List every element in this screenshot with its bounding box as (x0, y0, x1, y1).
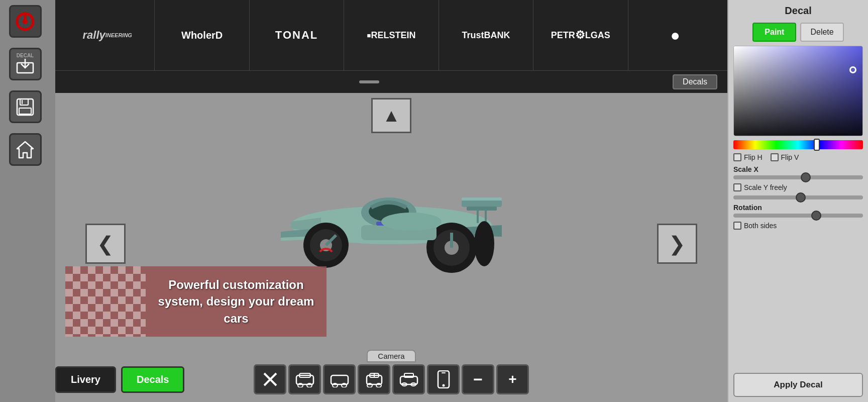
camera-rear-button[interactable] (358, 364, 390, 394)
decal-brand-list: rallyINEERING WholerD TONAL ■RELSTEIN Tr… (55, 0, 727, 70)
save-button[interactable] (9, 90, 42, 123)
paint-button[interactable]: Paint (752, 23, 796, 42)
flip-v-checkbox[interactable] (771, 153, 779, 161)
svg-rect-5 (20, 99, 28, 105)
zoom-out-button[interactable]: − (462, 364, 494, 394)
scale-x-handle[interactable] (801, 172, 811, 182)
svg-point-26 (474, 221, 494, 266)
both-sides-option[interactable]: Both sides (733, 222, 777, 230)
panel-action-row: Paint Delete (733, 23, 863, 42)
camera-bar: Camera (251, 350, 532, 402)
delete-button[interactable]: Delete (800, 23, 843, 42)
checker-pattern (65, 266, 146, 337)
svg-rect-30 (462, 197, 502, 200)
flip-v-option[interactable]: Flip V (771, 153, 799, 161)
decal-item-trustbank[interactable]: TrustBANK (439, 0, 533, 70)
rotation-handle[interactable] (811, 211, 821, 221)
scale-y-slider[interactable] (733, 195, 863, 199)
decals-mode-button[interactable]: Decals (121, 366, 185, 393)
svg-rect-6 (19, 108, 31, 114)
svg-point-52 (442, 384, 445, 387)
scale-y-freely-row: Scale Y freely (733, 183, 863, 191)
decal-item-tonal[interactable]: TONAL (250, 0, 344, 70)
decal-upload-button[interactable]: DECAL (9, 48, 42, 80)
scale-y-freely-checkbox[interactable] (733, 183, 741, 191)
scale-y-section (733, 195, 863, 199)
both-sides-label: Both sides (744, 222, 777, 230)
svg-rect-53 (442, 372, 446, 373)
camera-reset-button[interactable] (254, 364, 286, 394)
scale-y-handle[interactable] (796, 192, 806, 203)
panel-title: Decal (733, 5, 863, 17)
camera-phone-button[interactable] (427, 364, 460, 394)
livery-mode-button[interactable]: Livery (55, 366, 116, 393)
svg-rect-35 (296, 375, 313, 384)
camera-buttons: − + (254, 364, 529, 394)
svg-point-1 (23, 19, 28, 24)
decal-item-wholerd[interactable]: WholerD (155, 0, 249, 70)
svg-marker-8 (17, 142, 33, 158)
flip-v-label: Flip V (781, 153, 799, 161)
color-picker-handle[interactable] (849, 66, 856, 73)
svg-rect-39 (331, 375, 348, 384)
flip-h-checkbox[interactable] (733, 153, 741, 161)
reset-button[interactable] (9, 5, 42, 38)
scale-x-label: Scale X (733, 165, 863, 173)
scale-x-section: Scale X (733, 165, 863, 179)
decal-item-petrolgas[interactable]: PETR⚙LGAS (533, 0, 628, 70)
promo-text: Powerful customization system, design yo… (146, 271, 327, 332)
color-gradient[interactable] (734, 46, 862, 136)
decal-item-circle[interactable]: ● (628, 0, 722, 70)
decal-item-rally[interactable]: rallyINEERING (60, 0, 155, 70)
mode-buttons: Livery Decals (55, 366, 184, 393)
flip-h-option[interactable]: Flip H (733, 153, 763, 161)
scale-x-slider[interactable] (733, 175, 863, 179)
both-sides-row: Both sides (733, 222, 863, 230)
right-panel: Decal Paint Delete Flip H Flip V Scale X (727, 0, 868, 402)
scale-y-freely-label: Scale Y freely (744, 183, 787, 191)
apply-decal-button[interactable]: Apply Decal (733, 373, 863, 397)
decal-strip: rallyINEERING WholerD TONAL ■RELSTEIN Tr… (55, 0, 727, 93)
main-canvas: ▲ ❮ ❯ (55, 93, 727, 402)
svg-rect-17 (477, 211, 479, 223)
camera-side-button[interactable] (323, 364, 356, 394)
svg-rect-16 (467, 207, 497, 211)
decals-tab[interactable]: Decals (673, 74, 717, 89)
zoom-in-button[interactable]: + (496, 364, 529, 394)
flip-h-label: Flip H (744, 153, 763, 161)
promo-banner: Powerful customization system, design yo… (65, 266, 327, 337)
decal-strip-footer: Decals (55, 70, 727, 93)
scale-y-freely-option[interactable]: Scale Y freely (733, 183, 787, 191)
decal-item-relstein[interactable]: ■RELSTEIN (344, 0, 439, 70)
flip-options-row: Flip H Flip V (733, 153, 863, 161)
hue-slider[interactable] (733, 140, 863, 149)
camera-front-button[interactable] (288, 364, 321, 394)
rotation-label: Rotation (733, 204, 863, 212)
left-toolbar: DECAL (0, 0, 50, 402)
both-sides-checkbox[interactable] (733, 222, 741, 230)
color-picker[interactable] (733, 46, 863, 136)
hue-handle[interactable] (814, 139, 820, 151)
svg-point-32 (381, 213, 442, 231)
home-button[interactable] (9, 133, 42, 166)
camera-label: Camera (367, 350, 415, 362)
rotation-slider[interactable] (733, 214, 863, 218)
camera-top-button[interactable] (392, 364, 425, 394)
svg-rect-15 (462, 200, 502, 207)
rotation-section: Rotation (733, 204, 863, 218)
